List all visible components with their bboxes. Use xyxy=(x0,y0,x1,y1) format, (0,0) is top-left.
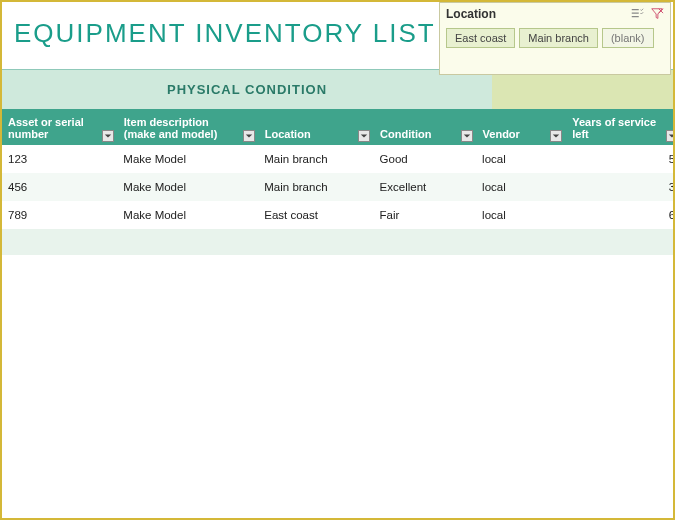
filter-icon[interactable] xyxy=(358,130,370,142)
cell-location: East coast xyxy=(258,201,373,229)
slicer-item-main-branch[interactable]: Main branch xyxy=(519,28,598,48)
filter-icon[interactable] xyxy=(666,130,675,142)
section-bands: PHYSICAL CONDITION xyxy=(2,69,673,109)
cell-asset: 123 xyxy=(2,145,117,173)
col-condition[interactable]: Condition xyxy=(374,109,477,145)
slicer-title: Location xyxy=(446,7,496,21)
col-description[interactable]: Item description (make and model) xyxy=(117,109,258,145)
cell-vendor: local xyxy=(476,173,566,201)
section-physical-condition: PHYSICAL CONDITION xyxy=(2,70,492,109)
cell-desc: Make Model xyxy=(117,173,258,201)
cell-years: 5 xyxy=(566,145,675,173)
cell-desc: Make Model xyxy=(117,201,258,229)
cell-vendor: local xyxy=(476,145,566,173)
filter-icon[interactable] xyxy=(243,130,255,142)
table-row[interactable]: 456 Make Model Main branch Excellent loc… xyxy=(2,173,675,201)
cell-desc: Make Model xyxy=(117,145,258,173)
table-row[interactable]: 789 Make Model East coast Fair local 6 $… xyxy=(2,201,675,229)
slicer-header: Location xyxy=(446,7,664,24)
cell-location: Main branch xyxy=(258,173,373,201)
filter-icon[interactable] xyxy=(102,130,114,142)
cell-condition: Good xyxy=(374,145,477,173)
col-vendor[interactable]: Vendor xyxy=(476,109,566,145)
filter-icon[interactable] xyxy=(461,130,473,142)
cell-location: Main branch xyxy=(258,145,373,173)
filter-icon[interactable] xyxy=(550,130,562,142)
cell-condition: Excellent xyxy=(374,173,477,201)
table-total-row xyxy=(2,229,675,255)
col-location[interactable]: Location xyxy=(258,109,373,145)
cell-years: 6 xyxy=(566,201,675,229)
cell-vendor: local xyxy=(476,201,566,229)
slicer-item-east-coast[interactable]: East coast xyxy=(446,28,515,48)
inventory-table: Asset or serial number Item description … xyxy=(2,109,675,255)
section-financial xyxy=(492,70,673,109)
slicer-item-blank[interactable]: (blank) xyxy=(602,28,654,48)
clear-filter-icon[interactable] xyxy=(650,7,664,21)
empty-area xyxy=(2,255,673,465)
table-row[interactable]: 123 Make Model Main branch Good local 5 … xyxy=(2,145,675,173)
cell-years: 3 xyxy=(566,173,675,201)
slicer-items: East coast Main branch (blank) xyxy=(446,28,664,48)
location-slicer[interactable]: Location East coast Main branch (blank) xyxy=(439,2,671,75)
table-header-row: Asset or serial number Item description … xyxy=(2,109,675,145)
cell-asset: 789 xyxy=(2,201,117,229)
cell-asset: 456 xyxy=(2,173,117,201)
cell-condition: Fair xyxy=(374,201,477,229)
multiselect-icon[interactable] xyxy=(630,7,644,21)
col-asset[interactable]: Asset or serial number xyxy=(2,109,117,145)
col-years[interactable]: Years of service left xyxy=(566,109,675,145)
